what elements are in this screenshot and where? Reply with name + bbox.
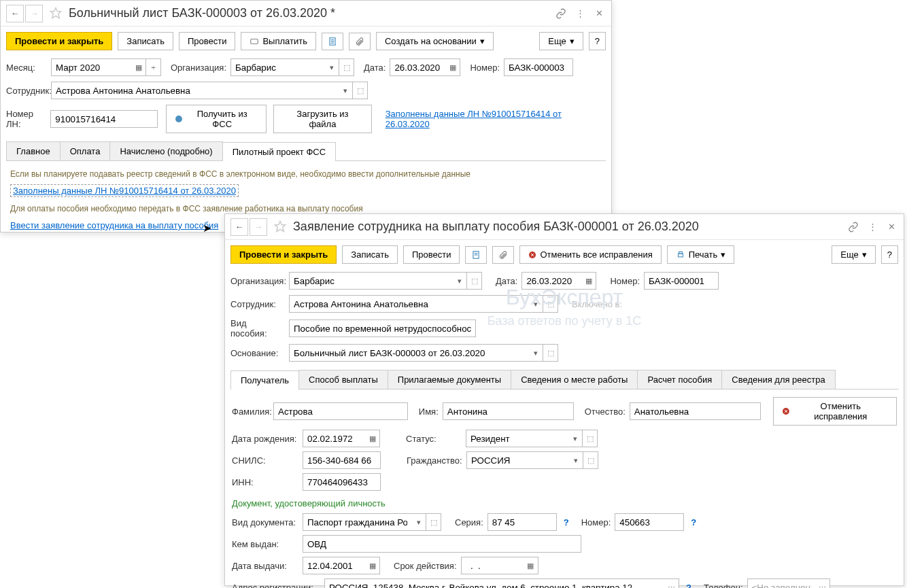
- create-application-link[interactable]: Ввести заявление сотрудника на выплату п…: [10, 220, 218, 230]
- close-icon[interactable]: ✕: [885, 222, 898, 232]
- open-icon[interactable]: ⬚: [467, 272, 482, 290]
- status-input[interactable]: [466, 430, 568, 447]
- birthdate-input[interactable]: [303, 430, 365, 447]
- ellipsis-icon[interactable]: ⋯: [815, 578, 830, 588]
- calendar-icon[interactable]: ▦: [445, 58, 460, 76]
- phone-input[interactable]: [747, 578, 815, 588]
- sozdat-button[interactable]: Создать на основании ▾: [376, 32, 494, 50]
- dropdown-icon[interactable]: ▾: [568, 451, 583, 469]
- close-icon[interactable]: ✕: [592, 8, 606, 18]
- lastname-input[interactable]: [273, 402, 408, 420]
- tab-recipient[interactable]: Получатель: [230, 370, 299, 390]
- benefit-input[interactable]: [289, 319, 476, 337]
- calendar-icon[interactable]: ▦: [131, 58, 146, 76]
- open-icon[interactable]: ⬚: [583, 451, 598, 469]
- open-icon[interactable]: ⬚: [543, 344, 558, 362]
- ellipsis-icon[interactable]: ⋯: [664, 578, 679, 588]
- open-icon[interactable]: ⬚: [426, 513, 441, 531]
- tab-registry[interactable]: Сведения для реестра: [721, 370, 835, 389]
- provesti-button[interactable]: Провести: [179, 32, 236, 50]
- calendar-icon[interactable]: ▦: [524, 557, 538, 574]
- dropdown-icon[interactable]: ▾: [528, 295, 543, 313]
- report-icon-button[interactable]: [465, 246, 487, 264]
- ln-data-link-2[interactable]: Заполнены данные ЛН №910015716414 от 26.…: [10, 184, 239, 197]
- zapisat-button[interactable]: Записать: [118, 32, 173, 50]
- org-input[interactable]: [289, 272, 452, 290]
- cancel-all-button[interactable]: Отменить все исправления: [519, 245, 661, 264]
- eshche-button[interactable]: Еще ▾: [832, 245, 875, 264]
- tab-accrued[interactable]: Начислено (подробно): [109, 141, 222, 160]
- load-file-button[interactable]: Загрузить из файла: [273, 105, 371, 133]
- series-input[interactable]: [487, 513, 557, 531]
- vyplatit-button[interactable]: Выплатить: [241, 32, 316, 50]
- attach-icon-button[interactable]: [492, 246, 514, 264]
- star-icon[interactable]: [274, 220, 288, 234]
- more-icon[interactable]: ⋮: [573, 8, 587, 18]
- dropdown-icon[interactable]: ▾: [452, 272, 467, 290]
- middlename-input[interactable]: [630, 402, 761, 420]
- dropdown-icon[interactable]: ▾: [528, 344, 543, 362]
- provesti-zakryt-button[interactable]: Провести и закрыть: [6, 32, 112, 50]
- print-button[interactable]: Печать ▾: [667, 245, 735, 264]
- open-icon[interactable]: ⬚: [339, 58, 354, 76]
- cancel-corrections-button[interactable]: Отменить исправления: [773, 397, 897, 426]
- zapisat-button[interactable]: Записать: [342, 245, 398, 264]
- forward-button[interactable]: →: [25, 5, 43, 22]
- help-icon[interactable]: ?: [688, 517, 699, 528]
- number-input[interactable]: [644, 272, 719, 290]
- back-button[interactable]: ←: [230, 218, 248, 236]
- link-icon[interactable]: [554, 7, 568, 19]
- calendar-icon[interactable]: ▦: [365, 430, 380, 447]
- stepper-icon[interactable]: ÷: [146, 58, 161, 76]
- tab-payment-method[interactable]: Способ выплаты: [298, 370, 388, 389]
- snils-input[interactable]: [303, 451, 381, 469]
- report-icon-button[interactable]: [322, 33, 343, 50]
- tab-main[interactable]: Главное: [6, 141, 61, 160]
- attach-icon-button[interactable]: [349, 33, 371, 50]
- tab-pilot[interactable]: Пилотный проект ФСС: [222, 142, 336, 161]
- star-icon[interactable]: [50, 7, 63, 20]
- dropdown-icon[interactable]: ▾: [338, 82, 353, 99]
- month-input[interactable]: [51, 58, 131, 76]
- issue-date-input[interactable]: [303, 557, 365, 574]
- tab-calc[interactable]: Расчет пособия: [637, 370, 722, 389]
- tab-docs[interactable]: Прилагаемые документы: [388, 370, 511, 389]
- help-button[interactable]: ?: [881, 245, 898, 264]
- issued-by-input[interactable]: [303, 535, 581, 553]
- doc-type-input[interactable]: [303, 513, 411, 531]
- doc-number-input[interactable]: [615, 513, 684, 531]
- dropdown-icon[interactable]: ▾: [568, 430, 583, 447]
- link-icon[interactable]: [846, 221, 860, 232]
- employee-input[interactable]: [289, 295, 528, 313]
- calendar-icon[interactable]: ▦: [365, 557, 380, 574]
- provesti-button[interactable]: Провести: [403, 245, 460, 264]
- open-icon[interactable]: ⬚: [543, 295, 558, 313]
- help-icon[interactable]: ?: [683, 583, 694, 589]
- forward-button[interactable]: →: [250, 218, 267, 236]
- inn-input[interactable]: [303, 473, 381, 491]
- dropdown-icon[interactable]: ▾: [324, 58, 339, 76]
- open-icon[interactable]: ⬚: [583, 430, 598, 447]
- more-icon[interactable]: ⋮: [866, 222, 879, 232]
- firstname-input[interactable]: [443, 402, 574, 420]
- calendar-icon[interactable]: ▦: [581, 272, 596, 290]
- ln-input[interactable]: [50, 110, 158, 128]
- basis-input[interactable]: [289, 344, 528, 362]
- eshche-button[interactable]: Еще ▾: [539, 32, 583, 50]
- date-input[interactable]: [521, 272, 581, 290]
- date-input[interactable]: [390, 58, 445, 76]
- citizenship-input[interactable]: [466, 451, 568, 469]
- ln-data-link[interactable]: Заполнены данные ЛН №910015716414 от 26.…: [386, 109, 606, 129]
- back-button[interactable]: ←: [6, 5, 24, 22]
- tab-workplace[interactable]: Сведения о месте работы: [511, 370, 638, 389]
- tab-payment[interactable]: Оплата: [60, 141, 111, 160]
- provesti-zakryt-button[interactable]: Провести и закрыть: [230, 245, 337, 264]
- open-icon[interactable]: ⬚: [353, 82, 368, 99]
- number-input[interactable]: [504, 58, 573, 76]
- help-icon[interactable]: ?: [561, 517, 572, 528]
- employee-input[interactable]: [51, 82, 338, 99]
- dropdown-icon[interactable]: ▾: [411, 513, 426, 531]
- validity-input[interactable]: [461, 557, 524, 574]
- org-input[interactable]: [230, 58, 324, 76]
- help-button[interactable]: ?: [589, 32, 606, 50]
